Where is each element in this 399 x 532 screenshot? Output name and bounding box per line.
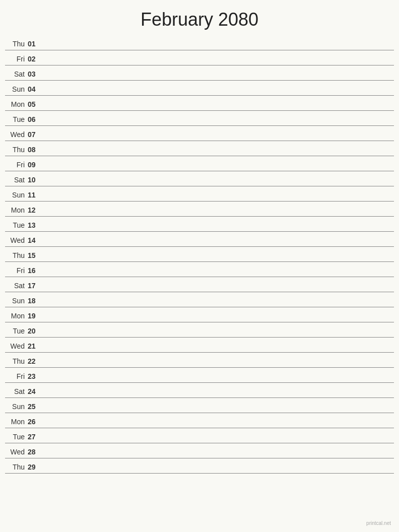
day-row: Wed28 [5,443,394,458]
day-row: Fri23 [5,368,394,383]
day-name: Mon [5,100,28,109]
day-number: 03 [28,70,43,79]
day-line [43,472,394,472]
day-number: 02 [28,55,43,64]
day-number: 14 [28,236,43,245]
day-line [43,381,394,381]
day-name: Tue [5,327,28,336]
day-name: Thu [5,251,28,260]
day-name: Sat [5,282,28,291]
day-row: Tue20 [5,322,394,338]
day-name: Sat [5,176,28,185]
day-line [43,215,394,215]
day-number: 01 [28,40,43,49]
day-number: 13 [28,221,43,230]
day-name: Sun [5,403,28,412]
day-row: Thu29 [5,458,394,474]
page-title: February 2080 [0,0,399,35]
day-line [43,63,394,64]
day-number: 27 [28,433,43,442]
day-name: Thu [5,463,28,472]
day-number: 06 [28,115,43,124]
day-row: Sat17 [5,277,394,292]
day-name: Wed [5,342,28,351]
day-number: 05 [28,100,43,109]
day-number: 15 [28,251,43,260]
day-row: Wed07 [5,126,394,141]
day-row: Fri16 [5,262,394,277]
day-row: Tue27 [5,428,394,443]
day-row: Tue06 [5,111,394,126]
day-name: Tue [5,433,28,442]
day-row: Mon05 [5,96,394,111]
day-name: Tue [5,115,28,124]
day-line [43,290,394,291]
day-number: 22 [28,357,43,366]
day-line [43,320,394,321]
day-line [43,48,394,49]
day-number: 29 [28,463,43,472]
day-number: 08 [28,146,43,155]
day-row: Mon19 [5,307,394,322]
day-number: 07 [28,130,43,140]
day-number: 25 [28,403,43,412]
day-number: 16 [28,267,43,276]
day-line [43,396,394,396]
day-name: Mon [5,206,28,215]
day-name: Thu [5,146,28,155]
day-line [43,109,394,109]
day-line [43,184,394,185]
day-row: Thu08 [5,141,394,156]
day-row: Sun25 [5,398,394,413]
day-line [43,351,394,351]
day-row: Mon12 [5,202,394,217]
day-row: Mon26 [5,413,394,428]
day-line [43,426,394,427]
day-line [43,154,394,155]
day-line [43,79,394,79]
day-number: 20 [28,327,43,336]
day-name: Thu [5,40,28,49]
day-name: Wed [5,448,28,457]
day-name: Fri [5,372,28,381]
day-name: Fri [5,161,28,170]
day-row: Wed14 [5,232,394,247]
day-name: Sun [5,191,28,200]
day-name: Sat [5,70,28,79]
day-row: Sun04 [5,81,394,96]
day-name: Sun [5,85,28,94]
day-name: Mon [5,312,28,321]
day-number: 28 [28,448,43,457]
watermark: printcal.net [366,520,391,526]
day-line [43,230,394,230]
day-row: Sun18 [5,292,394,307]
day-number: 09 [28,161,43,170]
day-row: Sat24 [5,383,394,398]
day-number: 12 [28,206,43,215]
day-number: 17 [28,282,43,291]
calendar-list: Thu01Fri02Sat03Sun04Mon05Tue06Wed07Thu08… [0,35,399,474]
day-name: Thu [5,357,28,366]
day-line [43,245,394,245]
day-name: Wed [5,130,28,140]
day-name: Fri [5,55,28,64]
day-number: 04 [28,85,43,94]
day-line [43,139,394,140]
day-line [43,260,394,260]
day-line [43,169,394,170]
day-row: Sun11 [5,186,394,202]
day-number: 11 [28,191,43,200]
day-row: Thu15 [5,247,394,262]
day-row: Sat03 [5,65,394,81]
day-number: 24 [28,387,43,396]
day-number: 26 [28,418,43,427]
day-name: Wed [5,236,28,245]
day-row: Tue13 [5,217,394,232]
day-number: 23 [28,372,43,381]
day-row: Fri02 [5,50,394,65]
day-line [43,336,394,336]
day-line [43,305,394,306]
day-number: 19 [28,312,43,321]
day-number: 18 [28,297,43,306]
day-line [43,200,394,200]
